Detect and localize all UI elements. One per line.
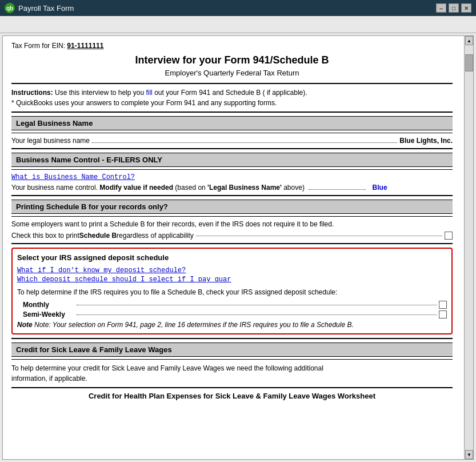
sick-leave-header: Credit for Sick Leave & Family Leave Wag… (11, 342, 453, 357)
main-window: ▲ ▼ Tax Form for EIN: 91-1111111 Intervi… (0, 16, 476, 462)
checkbox-label1: Check this box to print (11, 232, 79, 240)
modify-bold: Modify value if needed (99, 184, 173, 192)
semi-weekly-label: Semi-Weekly (23, 310, 74, 318)
ein-value: 91-1111111 (67, 42, 103, 50)
fill-link[interactable]: fill (146, 89, 152, 97)
what-is-bnc-link[interactable]: What is Business Name Control? (11, 173, 135, 181)
legal-business-name-label: Your legal business name (11, 137, 90, 145)
checkbox-dots (196, 236, 442, 236)
deposit-schedule-header: Select your IRS assigned deposit schedul… (17, 253, 447, 262)
title-bar: qb Payroll Tax Form – □ ✕ (0, 0, 476, 16)
window-title: Payroll Tax Form (18, 4, 74, 13)
which-schedule-link[interactable]: Which deposit schedule should I select i… (17, 276, 231, 284)
monthly-dots (77, 305, 437, 305)
form-title: Interview for your Form 941/Schedule B (11, 54, 453, 66)
monthly-option-row: Monthly (23, 301, 447, 309)
toolbar (0, 16, 476, 33)
modify-text1: Your business name control. (11, 184, 99, 192)
business-name-control-header: Business Name Control - E-FILERS ONLY (11, 153, 453, 167)
modify-text2: (based on (175, 184, 207, 192)
instructions-divider (11, 111, 453, 113)
qb-logo-icon: qb (5, 3, 15, 13)
content-area: ▲ ▼ Tax Form for EIN: 91-1111111 Intervi… (2, 35, 474, 460)
lbn-bottom-divider (11, 148, 453, 149)
legal-business-name-value: Blue Lights, Inc. (399, 137, 453, 145)
form-content: Tax Form for EIN: 91-1111111 Interview f… (3, 36, 464, 409)
sl-bottom-divider (11, 387, 453, 388)
modify-quote: 'Legal Business Name' (207, 184, 282, 192)
instructions-text2: out your Form 941 and Schedule B ( if ap… (154, 89, 307, 97)
scroll-up-arrow[interactable]: ▲ (465, 36, 473, 45)
ps-divider (11, 216, 453, 217)
ps-bottom-divider (11, 243, 453, 244)
dont-know-link-row: What if I don't know my deposit schedule… (17, 265, 447, 274)
deposit-bottom-divider (11, 338, 453, 339)
close-button[interactable]: ✕ (461, 3, 471, 13)
ein-line: Tax Form for EIN: 91-1111111 (11, 42, 453, 50)
modify-row: Your business name control. Modify value… (11, 184, 453, 192)
worksheet-header: Credit for Health Plan Expenses for Sick… (11, 392, 453, 400)
semi-weekly-dots (77, 314, 437, 315)
title-bar-left: qb Payroll Tax Form (5, 3, 74, 13)
form-subtitle: Employer's Quarterly Federal Tax Return (11, 69, 453, 77)
minimize-button[interactable]: – (436, 3, 446, 13)
semi-weekly-option-row: Semi-Weekly (23, 310, 447, 318)
title-controls: – □ ✕ (436, 3, 471, 13)
deposit-body: To help determine if the IRS requires yo… (17, 287, 447, 297)
sick-leave-body: To help determine your credit for Sick L… (11, 363, 453, 384)
instructions-text1: Use this interview to help you (55, 89, 146, 97)
scrollbar[interactable]: ▲ ▼ (464, 36, 473, 459)
modify-value: Blue (373, 184, 387, 192)
modify-dots (309, 189, 366, 190)
legal-business-name-header: Legal Business Name (11, 116, 453, 130)
which-schedule-link-row: Which deposit schedule should I select i… (17, 274, 447, 284)
note-text-content: Note: Your selection on Form 941, page 2… (34, 321, 354, 329)
printing-schedule-body: Some employers want to print a Schedule … (11, 219, 453, 229)
instructions-note: * QuickBooks uses your answers to comple… (11, 99, 277, 107)
note-label: Note (17, 321, 33, 329)
monthly-label: Monthly (23, 301, 74, 309)
schedule-b-checkbox[interactable] (445, 232, 453, 240)
legal-business-name-dots (92, 142, 397, 143)
lbn-divider (11, 133, 453, 133)
checkbox-label-bold: Schedule B (79, 232, 117, 240)
dont-know-link[interactable]: What if I don't know my deposit schedule… (17, 266, 186, 274)
instructions-section: Instructions: Use this interview to help… (11, 87, 453, 108)
ein-label: Tax Form for EIN: (11, 42, 65, 50)
checkbox-label2: regardless of applicability (117, 232, 194, 240)
modify-text3: above) (283, 184, 306, 192)
deposit-schedule-section: Select your IRS assigned deposit schedul… (11, 248, 453, 334)
deposit-options: Monthly Semi-Weekly (23, 301, 447, 318)
legal-business-name-row: Your legal business name Blue Lights, In… (11, 137, 453, 145)
instructions-bold: Instructions: (11, 89, 53, 97)
scroll-down-arrow[interactable]: ▼ (465, 450, 473, 459)
scroll-thumb[interactable] (465, 54, 473, 71)
sl-divider (11, 359, 453, 360)
deposit-links: What if I don't know my deposit schedule… (17, 265, 447, 284)
schedule-b-checkbox-row: Check this box to print Schedule B regar… (11, 232, 453, 240)
bnc-divider (11, 169, 453, 170)
bnc-bottom-divider (11, 195, 453, 196)
business-name-control-link-row: What is Business Name Control? (11, 172, 453, 181)
deposit-note: Note Note: Your selection on Form 941, p… (17, 321, 447, 329)
maximize-button[interactable]: □ (449, 3, 459, 13)
semi-weekly-checkbox[interactable] (439, 310, 447, 318)
monthly-checkbox[interactable] (439, 301, 447, 309)
title-divider (11, 83, 453, 84)
printing-schedule-header: Printing Schedule B for your records onl… (11, 200, 453, 214)
